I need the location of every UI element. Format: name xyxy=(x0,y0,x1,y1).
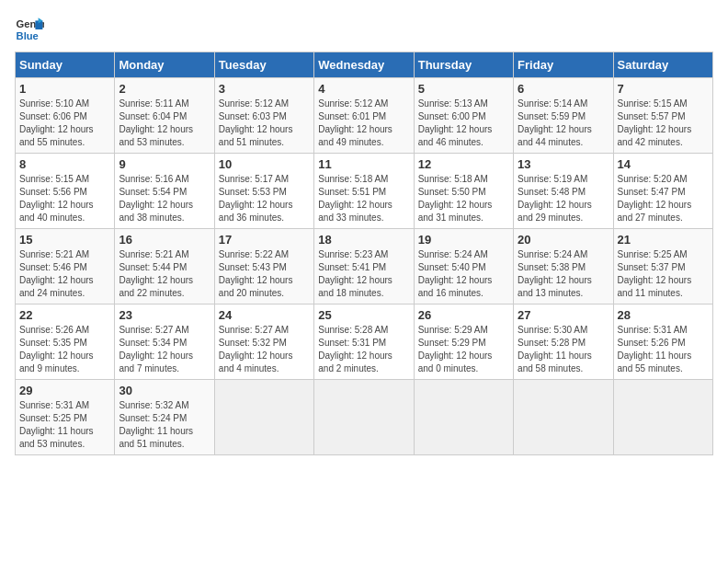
calendar-cell: 12Sunrise: 5:18 AM Sunset: 5:50 PM Dayli… xyxy=(414,154,513,229)
calendar-week-row: 15Sunrise: 5:21 AM Sunset: 5:46 PM Dayli… xyxy=(16,229,713,304)
day-number: 6 xyxy=(518,82,609,96)
calendar-cell: 7Sunrise: 5:15 AM Sunset: 5:57 PM Daylig… xyxy=(613,78,712,154)
weekday-header-thursday: Thursday xyxy=(414,52,513,78)
day-info: Sunrise: 5:26 AM Sunset: 5:35 PM Dayligh… xyxy=(19,324,110,375)
day-number: 18 xyxy=(318,233,409,247)
day-number: 10 xyxy=(219,157,310,171)
day-number: 7 xyxy=(618,82,709,96)
day-info: Sunrise: 5:18 AM Sunset: 5:51 PM Dayligh… xyxy=(318,173,409,224)
day-info: Sunrise: 5:15 AM Sunset: 5:57 PM Dayligh… xyxy=(618,98,709,149)
day-info: Sunrise: 5:15 AM Sunset: 5:56 PM Dayligh… xyxy=(19,173,110,224)
day-info: Sunrise: 5:23 AM Sunset: 5:41 PM Dayligh… xyxy=(318,248,409,300)
day-info: Sunrise: 5:18 AM Sunset: 5:50 PM Dayligh… xyxy=(418,173,509,224)
day-info: Sunrise: 5:21 AM Sunset: 5:44 PM Dayligh… xyxy=(119,248,210,300)
day-number: 14 xyxy=(618,157,709,171)
day-info: Sunrise: 5:17 AM Sunset: 5:53 PM Dayligh… xyxy=(219,173,310,224)
day-info: Sunrise: 5:21 AM Sunset: 5:46 PM Dayligh… xyxy=(19,248,110,300)
weekday-header-wednesday: Wednesday xyxy=(314,52,414,78)
day-number: 29 xyxy=(19,384,110,397)
day-number: 30 xyxy=(119,384,210,397)
day-info: Sunrise: 5:27 AM Sunset: 5:34 PM Dayligh… xyxy=(119,324,210,375)
svg-text:Blue: Blue xyxy=(17,30,39,41)
day-info: Sunrise: 5:22 AM Sunset: 5:43 PM Dayligh… xyxy=(219,248,310,300)
calendar-cell: 18Sunrise: 5:23 AM Sunset: 5:41 PM Dayli… xyxy=(314,229,414,304)
calendar-week-row: 22Sunrise: 5:26 AM Sunset: 5:35 PM Dayli… xyxy=(16,304,713,380)
calendar-cell: 8Sunrise: 5:15 AM Sunset: 5:56 PM Daylig… xyxy=(16,154,115,229)
day-number: 2 xyxy=(119,82,210,96)
calendar-cell: 25Sunrise: 5:28 AM Sunset: 5:31 PM Dayli… xyxy=(314,304,414,380)
day-info: Sunrise: 5:31 AM Sunset: 5:25 PM Dayligh… xyxy=(19,399,110,451)
day-number: 20 xyxy=(518,233,609,247)
calendar-cell: 29Sunrise: 5:31 AM Sunset: 5:25 PM Dayli… xyxy=(16,380,115,455)
calendar-cell: 3Sunrise: 5:12 AM Sunset: 6:03 PM Daylig… xyxy=(214,78,313,154)
calendar-cell: 26Sunrise: 5:29 AM Sunset: 5:29 PM Dayli… xyxy=(414,304,513,380)
calendar-cell: 14Sunrise: 5:20 AM Sunset: 5:47 PM Dayli… xyxy=(613,154,712,229)
weekday-header-saturday: Saturday xyxy=(613,52,712,78)
calendar-cell: 16Sunrise: 5:21 AM Sunset: 5:44 PM Dayli… xyxy=(115,229,214,304)
day-number: 5 xyxy=(418,82,509,96)
day-number: 27 xyxy=(518,308,609,322)
calendar-cell: 30Sunrise: 5:32 AM Sunset: 5:24 PM Dayli… xyxy=(115,380,214,455)
day-info: Sunrise: 5:25 AM Sunset: 5:37 PM Dayligh… xyxy=(618,248,709,300)
calendar-week-row: 1Sunrise: 5:10 AM Sunset: 6:06 PM Daylig… xyxy=(16,78,713,154)
day-info: Sunrise: 5:32 AM Sunset: 5:24 PM Dayligh… xyxy=(119,399,210,451)
day-number: 12 xyxy=(418,157,509,171)
calendar-cell: 19Sunrise: 5:24 AM Sunset: 5:40 PM Dayli… xyxy=(414,229,513,304)
day-info: Sunrise: 5:19 AM Sunset: 5:48 PM Dayligh… xyxy=(518,173,609,224)
day-info: Sunrise: 5:30 AM Sunset: 5:28 PM Dayligh… xyxy=(518,324,609,375)
calendar-cell xyxy=(613,380,712,455)
day-number: 25 xyxy=(318,308,409,322)
logo-icon: General Blue xyxy=(15,15,44,44)
calendar-cell: 4Sunrise: 5:12 AM Sunset: 6:01 PM Daylig… xyxy=(314,78,414,154)
day-info: Sunrise: 5:10 AM Sunset: 6:06 PM Dayligh… xyxy=(19,98,110,149)
calendar-cell: 15Sunrise: 5:21 AM Sunset: 5:46 PM Dayli… xyxy=(16,229,115,304)
calendar-cell xyxy=(514,380,613,455)
day-info: Sunrise: 5:11 AM Sunset: 6:04 PM Dayligh… xyxy=(119,98,210,149)
day-number: 24 xyxy=(219,308,310,322)
day-number: 11 xyxy=(318,157,409,171)
day-number: 4 xyxy=(318,82,409,96)
calendar-cell: 6Sunrise: 5:14 AM Sunset: 5:59 PM Daylig… xyxy=(514,78,613,154)
day-number: 28 xyxy=(618,308,709,322)
calendar-cell: 11Sunrise: 5:18 AM Sunset: 5:51 PM Dayli… xyxy=(314,154,414,229)
weekday-header-sunday: Sunday xyxy=(16,52,115,78)
day-number: 8 xyxy=(19,157,110,171)
calendar-cell: 1Sunrise: 5:10 AM Sunset: 6:06 PM Daylig… xyxy=(16,78,115,154)
day-number: 13 xyxy=(518,157,609,171)
day-info: Sunrise: 5:13 AM Sunset: 6:00 PM Dayligh… xyxy=(418,98,509,149)
day-number: 22 xyxy=(19,308,110,322)
day-number: 16 xyxy=(119,233,210,247)
weekday-header-tuesday: Tuesday xyxy=(214,52,313,78)
calendar-cell: 20Sunrise: 5:24 AM Sunset: 5:38 PM Dayli… xyxy=(514,229,613,304)
day-info: Sunrise: 5:12 AM Sunset: 6:01 PM Dayligh… xyxy=(318,98,409,149)
day-number: 21 xyxy=(618,233,709,247)
day-info: Sunrise: 5:12 AM Sunset: 6:03 PM Dayligh… xyxy=(219,98,310,149)
day-info: Sunrise: 5:27 AM Sunset: 5:32 PM Dayligh… xyxy=(219,324,310,375)
day-number: 9 xyxy=(119,157,210,171)
calendar-cell: 23Sunrise: 5:27 AM Sunset: 5:34 PM Dayli… xyxy=(115,304,214,380)
day-info: Sunrise: 5:31 AM Sunset: 5:26 PM Dayligh… xyxy=(618,324,709,375)
calendar-cell xyxy=(314,380,414,455)
calendar-cell: 5Sunrise: 5:13 AM Sunset: 6:00 PM Daylig… xyxy=(414,78,513,154)
weekday-header-friday: Friday xyxy=(514,52,613,78)
logo: General Blue xyxy=(15,15,48,44)
day-info: Sunrise: 5:16 AM Sunset: 5:54 PM Dayligh… xyxy=(119,173,210,224)
day-info: Sunrise: 5:24 AM Sunset: 5:40 PM Dayligh… xyxy=(418,248,509,300)
calendar-cell: 22Sunrise: 5:26 AM Sunset: 5:35 PM Dayli… xyxy=(16,304,115,380)
calendar-cell: 28Sunrise: 5:31 AM Sunset: 5:26 PM Dayli… xyxy=(613,304,712,380)
day-info: Sunrise: 5:14 AM Sunset: 5:59 PM Dayligh… xyxy=(518,98,609,149)
day-number: 15 xyxy=(19,233,110,247)
day-info: Sunrise: 5:20 AM Sunset: 5:47 PM Dayligh… xyxy=(618,173,709,224)
day-number: 26 xyxy=(418,308,509,322)
weekday-header-row: SundayMondayTuesdayWednesdayThursdayFrid… xyxy=(16,52,713,78)
day-number: 17 xyxy=(219,233,310,247)
calendar-cell: 10Sunrise: 5:17 AM Sunset: 5:53 PM Dayli… xyxy=(214,154,313,229)
day-info: Sunrise: 5:29 AM Sunset: 5:29 PM Dayligh… xyxy=(418,324,509,375)
weekday-header-monday: Monday xyxy=(115,52,214,78)
calendar-table: SundayMondayTuesdayWednesdayThursdayFrid… xyxy=(15,52,713,455)
header: General Blue xyxy=(15,15,713,44)
calendar-cell xyxy=(414,380,513,455)
day-number: 23 xyxy=(119,308,210,322)
day-number: 1 xyxy=(19,82,110,96)
calendar-cell: 2Sunrise: 5:11 AM Sunset: 6:04 PM Daylig… xyxy=(115,78,214,154)
